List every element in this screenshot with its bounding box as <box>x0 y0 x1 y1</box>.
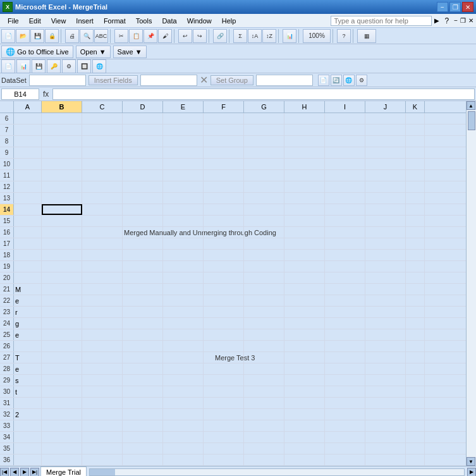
cell-g29[interactable] <box>244 375 284 386</box>
cell-h12[interactable] <box>284 181 325 192</box>
cell-k33[interactable] <box>406 420 425 431</box>
cell-b10[interactable] <box>42 159 82 169</box>
cell-d6[interactable] <box>123 113 163 124</box>
setgroup-dropdown[interactable] <box>256 75 313 86</box>
cell-b20[interactable] <box>42 272 82 283</box>
cell-b15[interactable] <box>42 216 82 226</box>
cell-c8[interactable] <box>82 136 123 147</box>
close-button[interactable]: ✕ <box>462 2 473 12</box>
cell-g19[interactable] <box>244 261 284 272</box>
cell-f13[interactable] <box>204 193 244 204</box>
sort-za[interactable]: ↕Z <box>262 29 276 43</box>
cell-b18[interactable] <box>42 250 82 260</box>
cell-h36[interactable] <box>284 455 325 465</box>
h-scroll-thumb[interactable] <box>90 469 115 475</box>
window-restore-icon[interactable]: ❐ <box>460 17 466 24</box>
cell-a19[interactable] <box>14 261 42 272</box>
cell-e15[interactable] <box>163 216 204 226</box>
ds-tb1[interactable]: 📄 <box>318 75 329 86</box>
col-header-j[interactable]: J <box>365 101 406 113</box>
cell-i16[interactable] <box>325 227 365 238</box>
cell-i20[interactable] <box>325 272 365 283</box>
cell-b35[interactable] <box>42 443 82 454</box>
cell-h23[interactable] <box>284 307 325 317</box>
col-header-e[interactable]: E <box>163 101 204 113</box>
scroll-track[interactable] <box>467 110 476 457</box>
cell-j28[interactable] <box>365 363 406 374</box>
format-painter[interactable]: 🖌 <box>158 29 172 43</box>
cell-c32[interactable] <box>82 409 123 420</box>
cell-i13[interactable] <box>325 193 365 204</box>
cell-k25[interactable] <box>406 329 425 340</box>
scroll-thumb[interactable] <box>468 111 475 130</box>
cut-button[interactable]: ✂ <box>114 29 128 43</box>
help-input[interactable] <box>331 16 432 26</box>
cell-i24[interactable] <box>325 318 365 329</box>
cell-c17[interactable] <box>82 238 123 249</box>
cell-e8[interactable] <box>163 136 204 147</box>
cell-d28[interactable] <box>123 363 163 374</box>
col-header-g[interactable]: G <box>244 101 284 113</box>
cell-g30[interactable] <box>244 386 284 397</box>
spellcheck-button[interactable]: ABC <box>94 29 108 43</box>
menu-insert[interactable]: Insert <box>71 16 99 26</box>
cell-i32[interactable] <box>325 409 365 420</box>
cell-a6[interactable] <box>14 113 42 124</box>
formula-input[interactable] <box>52 88 475 100</box>
cell-c11[interactable] <box>82 170 123 181</box>
cell-j24[interactable] <box>365 318 406 329</box>
h-scroll-right[interactable]: ▶ <box>467 468 476 477</box>
redo-button[interactable]: ↪ <box>193 29 207 43</box>
go-to-office-live-button[interactable]: 🌐 Go to Office Live <box>1 46 73 58</box>
cell-h19[interactable] <box>284 261 325 272</box>
col-header-b[interactable]: B <box>42 101 82 113</box>
cell-k20[interactable] <box>406 272 425 283</box>
cell-a9[interactable] <box>14 147 42 158</box>
cell-d35[interactable] <box>123 443 163 454</box>
st-btn6[interactable]: 🔲 <box>77 59 91 73</box>
cell-f20[interactable] <box>204 272 244 283</box>
cell-h15[interactable] <box>284 216 325 226</box>
cell-b13[interactable] <box>42 193 82 204</box>
cell-a22[interactable]: e <box>14 295 42 306</box>
cell-i17[interactable] <box>325 238 365 249</box>
cell-k16[interactable] <box>406 227 425 238</box>
cell-k11[interactable] <box>406 170 425 181</box>
window-close-icon[interactable]: ✕ <box>468 17 473 24</box>
cell-j17[interactable] <box>365 238 406 249</box>
cell-a25[interactable]: e <box>14 329 42 340</box>
cell-f34[interactable] <box>204 432 244 442</box>
cell-i12[interactable] <box>325 181 365 192</box>
cell-b7[interactable] <box>42 125 82 135</box>
cell-c18[interactable] <box>82 250 123 260</box>
cell-g26[interactable] <box>244 341 284 351</box>
cell-c13[interactable] <box>82 193 123 204</box>
cell-d26[interactable] <box>123 341 163 351</box>
cell-g28[interactable] <box>244 363 284 374</box>
cell-g17[interactable] <box>244 238 284 249</box>
cell-i26[interactable] <box>325 341 365 351</box>
cell-g24[interactable] <box>244 318 284 329</box>
restore-button[interactable]: ❐ <box>449 2 461 12</box>
fields-dropdown[interactable] <box>140 75 197 86</box>
cell-d21[interactable] <box>123 284 163 295</box>
cell-d23[interactable] <box>123 307 163 317</box>
cell-g23[interactable] <box>244 307 284 317</box>
cell-c19[interactable] <box>82 261 123 272</box>
cell-a27[interactable]: T <box>14 352 42 363</box>
cell-k13[interactable] <box>406 193 425 204</box>
st-btn7[interactable]: 🌐 <box>92 59 106 73</box>
cell-j8[interactable] <box>365 136 406 147</box>
open-button[interactable]: 📂 <box>16 29 30 43</box>
cell-i14[interactable] <box>325 204 365 215</box>
cell-c7[interactable] <box>82 125 123 135</box>
scroll-up-button[interactable]: ▲ <box>467 101 475 110</box>
cell-d12[interactable] <box>123 181 163 192</box>
cell-h34[interactable] <box>284 432 325 442</box>
menu-file[interactable]: File <box>3 16 24 26</box>
cell-g11[interactable] <box>244 170 284 181</box>
cell-h20[interactable] <box>284 272 325 283</box>
scroll-down-button[interactable]: ▼ <box>467 457 475 466</box>
cell-c9[interactable] <box>82 147 123 158</box>
cell-h30[interactable] <box>284 386 325 397</box>
